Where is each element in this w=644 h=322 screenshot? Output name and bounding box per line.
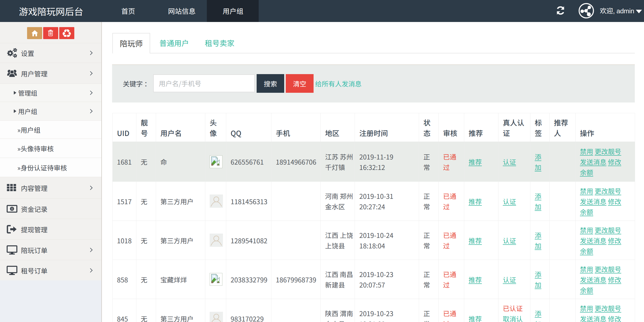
svg-text:0: 0 <box>11 207 13 211</box>
